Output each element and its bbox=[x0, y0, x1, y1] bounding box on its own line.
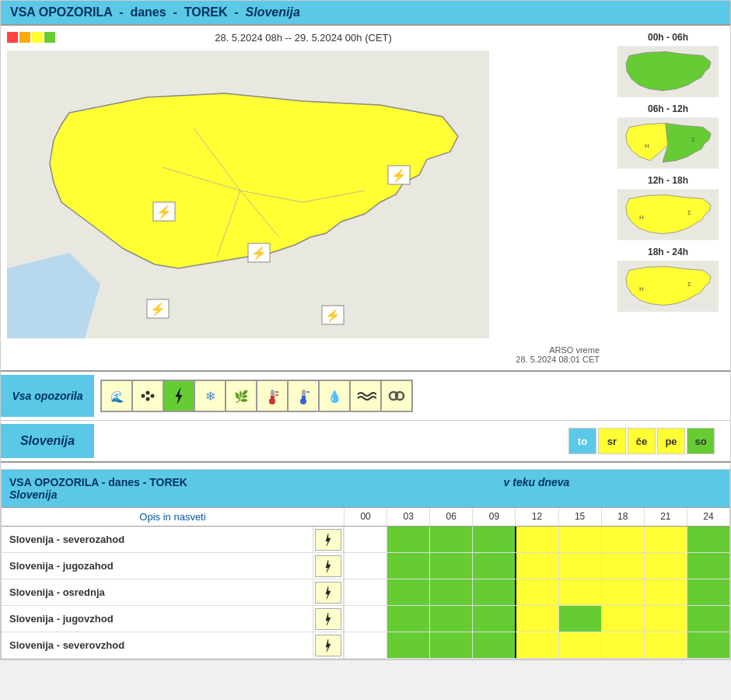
cell-2-5 bbox=[558, 579, 601, 605]
cell-1-4 bbox=[515, 553, 558, 579]
warn-icon-snow[interactable]: ❄ bbox=[194, 380, 226, 411]
cell-3-6 bbox=[601, 606, 644, 632]
row-label-jugovzhod: Slovenija - jugovzhod bbox=[2, 606, 313, 632]
row-icon-cell-severovzhod bbox=[315, 635, 341, 656]
thumb-svg-3: H Σ bbox=[617, 259, 719, 313]
svg-text:H: H bbox=[639, 214, 644, 221]
row-label-severozahod: Slovenija - severozahod bbox=[2, 527, 313, 552]
icon-ne: ⚡ bbox=[391, 168, 407, 183]
day-box-so[interactable]: so bbox=[687, 428, 715, 454]
cell-0-7 bbox=[644, 527, 687, 552]
warn-icon-lightning[interactable] bbox=[163, 380, 194, 411]
table-header-right: v teku dneva bbox=[344, 470, 729, 507]
row-icon-severovzhod bbox=[313, 632, 344, 658]
table-title-2: Slovenija bbox=[9, 488, 336, 501]
svg-text:H: H bbox=[639, 285, 644, 292]
warnings-label: Vsa opozorila bbox=[1, 375, 94, 417]
cell-0-1 bbox=[386, 527, 429, 552]
cell-4-4 bbox=[515, 632, 558, 658]
row-icon-cell-jugozahod bbox=[315, 555, 341, 577]
thumb-06-12: 06h - 12h H Σ bbox=[612, 103, 724, 170]
slovenija-label: Slovenija bbox=[1, 424, 94, 458]
table-title-1: VSA OPOZORILA - danes - TOREK bbox=[9, 476, 336, 488]
day-box-pe[interactable]: pe bbox=[657, 428, 685, 454]
svg-marker-47 bbox=[326, 560, 331, 572]
row-icon-severozahod bbox=[313, 527, 344, 552]
icon-se: ⚡ bbox=[325, 308, 341, 323]
table-row-osrednja: Slovenija - osrednja bbox=[2, 579, 729, 606]
day-boxes: to sr če pe so bbox=[568, 428, 715, 454]
row-label-osrednja: Slovenija - osrednja bbox=[2, 579, 313, 605]
cell-0-6 bbox=[601, 527, 644, 552]
cell-1-5 bbox=[558, 553, 601, 579]
cell-4-0 bbox=[344, 632, 386, 658]
row-icon-cell-osrednja bbox=[315, 582, 341, 604]
warn-icon-temp-low[interactable] bbox=[288, 380, 319, 411]
table-subheader-label: Opis in nasveti bbox=[2, 508, 344, 526]
map-section: 28. 5.2024 08h -- 29. 5.2024 00h (CET) bbox=[1, 26, 730, 372]
cell-3-2 bbox=[429, 606, 472, 632]
time-cells-severovzhod bbox=[344, 632, 729, 658]
day-box-ce[interactable]: če bbox=[628, 428, 656, 454]
time-cells-jugozahod bbox=[344, 553, 729, 579]
table-section: VSA OPOZORILA - danes - TOREK Slovenija … bbox=[1, 469, 730, 660]
cell-1-0 bbox=[344, 553, 386, 579]
cell-2-3 bbox=[472, 579, 515, 605]
cell-4-2 bbox=[429, 632, 472, 658]
thumb-00-06: 00h - 06h bbox=[612, 32, 724, 99]
arso-vreme: ARSO vreme bbox=[549, 345, 600, 355]
cell-1-3 bbox=[472, 553, 515, 579]
cell-3-5 bbox=[558, 606, 601, 632]
svg-text:H: H bbox=[645, 142, 649, 149]
cell-0-8 bbox=[687, 527, 729, 552]
day-box-sr[interactable]: sr bbox=[598, 428, 626, 454]
cell-1-2 bbox=[429, 553, 472, 579]
table-header: VSA OPOZORILA - danes - TOREK Slovenija … bbox=[2, 470, 729, 508]
cell-4-5 bbox=[558, 632, 601, 658]
warn-icon-chain[interactable] bbox=[381, 380, 412, 411]
cell-1-8 bbox=[687, 553, 729, 579]
warn-icon-flood[interactable]: 💧 bbox=[319, 380, 350, 411]
day-box-to[interactable]: to bbox=[568, 428, 596, 454]
map-timestamp: 28. 5.2024 08h -- 29. 5.2024 00h (CET) bbox=[7, 32, 600, 44]
map-area: 28. 5.2024 08h -- 29. 5.2024 00h (CET) bbox=[1, 26, 606, 370]
row-icon-cell-jugovzhod bbox=[315, 608, 341, 630]
table-subheader: Opis in nasveti 00 03 06 09 12 15 18 21 … bbox=[2, 508, 729, 527]
row-icon-jugovzhod bbox=[313, 606, 344, 632]
svg-marker-49 bbox=[326, 613, 331, 625]
time-col-03: 03 bbox=[386, 508, 429, 526]
warn-icon-storm[interactable]: 🌊 bbox=[101, 380, 132, 411]
time-col-24: 24 bbox=[687, 508, 729, 526]
thumb-18-24: 18h - 24h H Σ bbox=[612, 247, 724, 313]
svg-marker-46 bbox=[326, 534, 331, 546]
main-container: VSA OPOZORILA - danes - TOREK - Slovenij… bbox=[0, 0, 731, 660]
time-col-12: 12 bbox=[515, 508, 558, 526]
thumb-svg-0 bbox=[617, 44, 719, 99]
cell-3-4 bbox=[515, 606, 558, 632]
thumb-svg-2: H Σ bbox=[617, 187, 719, 242]
icon-nw: ⚡ bbox=[156, 205, 172, 219]
icon-c: ⚡ bbox=[251, 246, 267, 261]
time-cells-osrednja bbox=[344, 579, 729, 605]
cell-4-6 bbox=[601, 632, 644, 658]
cell-3-7 bbox=[644, 606, 687, 632]
legend-green bbox=[44, 32, 55, 43]
time-cells-severozahod bbox=[344, 527, 729, 552]
row-icon-cell-severozahod bbox=[315, 529, 341, 551]
cell-3-1 bbox=[386, 606, 429, 632]
warn-icon-temp-high[interactable] bbox=[257, 380, 288, 411]
svg-text:🌊: 🌊 bbox=[110, 390, 124, 404]
arso-timestamp: 28. 5.2024 08:01 CET bbox=[516, 355, 600, 364]
table-row-severovzhod: Slovenija - severovzhod bbox=[2, 632, 729, 659]
thumbnails-panel: 00h - 06h 06h - 12h H bbox=[606, 26, 730, 370]
thumb-label-0: 00h - 06h bbox=[648, 32, 688, 43]
cell-2-2 bbox=[429, 579, 472, 605]
warn-icon-wind[interactable]: 🌿 bbox=[226, 380, 257, 411]
cell-2-6 bbox=[601, 579, 644, 605]
warn-icon-hail[interactable] bbox=[132, 380, 163, 411]
cell-2-1 bbox=[386, 579, 429, 605]
warn-icon-wave[interactable] bbox=[350, 380, 381, 411]
time-cols-header: 00 03 06 09 12 15 18 21 24 bbox=[344, 508, 729, 526]
svg-rect-32 bbox=[271, 396, 275, 401]
svg-rect-38 bbox=[302, 396, 306, 401]
